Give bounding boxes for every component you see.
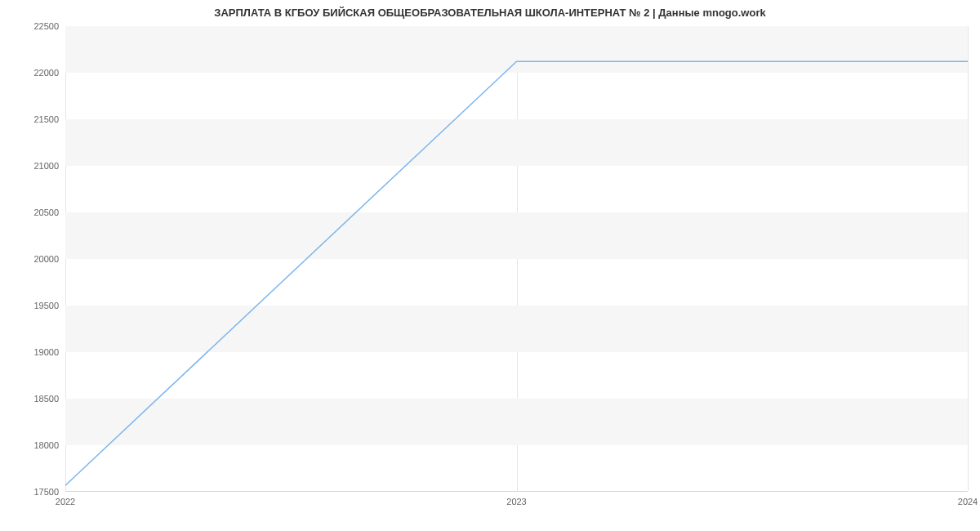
y-tick-label: 22500 (10, 21, 59, 31)
x-gridline (968, 26, 969, 491)
y-tick-label: 20500 (10, 207, 59, 217)
series-line (65, 61, 968, 485)
y-tick-label: 21000 (10, 161, 59, 171)
x-tick-label: 2024 (958, 497, 978, 506)
chart-svg (65, 26, 968, 491)
plot-area (65, 26, 968, 492)
y-tick-label: 17500 (10, 487, 59, 497)
y-tick-label: 20000 (10, 254, 59, 264)
y-tick-label: 18000 (10, 440, 59, 450)
chart-title: ЗАРПЛАТА В КГБОУ БИЙСКАЯ ОБЩЕОБРАЗОВАТЕЛ… (0, 7, 980, 19)
x-tick-label: 2023 (506, 497, 526, 506)
y-tick-label: 22000 (10, 68, 59, 78)
y-tick-label: 18500 (10, 394, 59, 404)
y-tick-label: 21500 (10, 114, 59, 124)
y-tick-label: 19500 (10, 301, 59, 310)
x-tick-label: 2022 (56, 497, 75, 506)
salary-chart: ЗАРПЛАТА В КГБОУ БИЙСКАЯ ОБЩЕОБРАЗОВАТЕЛ… (0, 0, 980, 531)
y-tick-label: 19000 (10, 347, 59, 357)
